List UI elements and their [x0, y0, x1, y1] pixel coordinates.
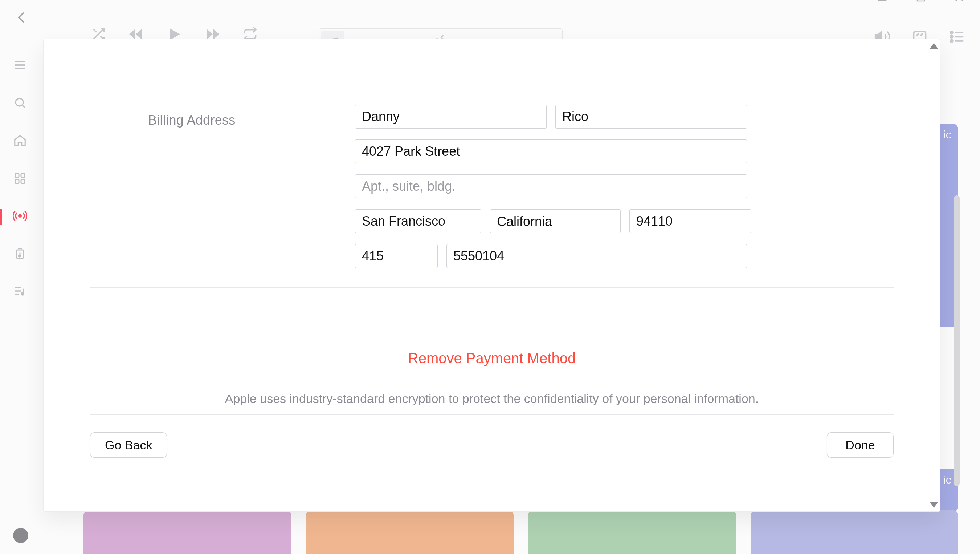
section-label: Billing Address	[148, 113, 235, 128]
divider	[90, 287, 894, 288]
svg-marker-8	[136, 29, 142, 39]
state-select[interactable]: California	[490, 209, 620, 233]
svg-rect-28	[21, 174, 25, 178]
playlist-icon	[12, 283, 28, 299]
home-icon	[12, 133, 28, 148]
divider	[90, 414, 894, 415]
svg-point-18	[951, 36, 953, 38]
background-cards	[83, 511, 958, 554]
area-code-field[interactable]	[355, 244, 438, 268]
zip-field[interactable]	[629, 209, 751, 233]
window-close-icon	[953, 0, 966, 4]
apt-suite-field[interactable]	[355, 174, 747, 198]
svg-marker-9	[170, 28, 180, 40]
street-address-field[interactable]	[355, 139, 747, 163]
scroll-down-icon[interactable]	[930, 502, 938, 508]
svg-rect-29	[15, 179, 19, 184]
done-button[interactable]: Done	[827, 432, 894, 458]
queue-list-icon	[949, 28, 966, 45]
go-back-button[interactable]: Go Back	[90, 432, 167, 458]
svg-line-6	[93, 29, 97, 32]
radio-icon	[0, 209, 40, 223]
svg-marker-7	[129, 29, 135, 39]
svg-point-33	[19, 255, 20, 257]
svg-rect-27	[15, 174, 19, 178]
encryption-disclosure: Apple uses industry-standard encryption …	[43, 392, 940, 406]
svg-rect-30	[21, 179, 25, 184]
svg-line-26	[22, 105, 25, 108]
library-icon	[12, 246, 28, 261]
city-field[interactable]	[355, 209, 481, 233]
last-name-field[interactable]	[555, 105, 747, 129]
svg-point-20	[951, 40, 953, 42]
svg-point-37	[21, 293, 24, 295]
user-avatar	[13, 528, 28, 543]
scroll-thumb[interactable]	[954, 195, 960, 486]
sidebar	[0, 45, 40, 554]
window-maximize-icon	[915, 0, 926, 3]
billing-address-panel: Billing Address California	[43, 39, 940, 511]
window-minimize-icon	[876, 0, 889, 4]
svg-marker-10	[207, 29, 213, 39]
svg-marker-11	[213, 29, 219, 39]
remove-payment-method-link[interactable]: Remove Payment Method	[43, 350, 940, 367]
first-name-field[interactable]	[355, 105, 547, 129]
svg-point-16	[951, 32, 953, 34]
phone-number-field[interactable]	[447, 244, 747, 268]
svg-point-31	[19, 215, 21, 217]
svg-rect-1	[917, 0, 924, 1]
svg-point-25	[16, 99, 23, 106]
browse-grid-icon	[12, 171, 28, 186]
hamburger-icon	[12, 57, 28, 73]
search-icon	[12, 95, 28, 110]
scroll-up-icon[interactable]	[930, 43, 938, 49]
panel-scrollbar[interactable]	[930, 43, 938, 508]
